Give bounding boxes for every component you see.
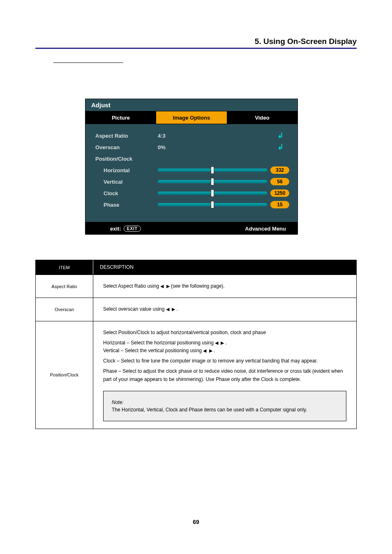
note-prefix: Note: xyxy=(112,399,124,405)
left-right-icon: ◀ ▶ xyxy=(203,347,212,355)
row-vertical[interactable]: Vertical 56 xyxy=(92,176,291,187)
slider-phase[interactable]: 15 xyxy=(158,201,291,208)
tab-video[interactable]: Video xyxy=(227,111,297,124)
value-aspect-ratio: 4:3 xyxy=(158,133,207,139)
slider-horizontal[interactable]: 332 xyxy=(158,166,291,174)
desc-pre: Select Aspect Ratio using xyxy=(103,283,160,289)
label-horizontal: Horizontal xyxy=(92,167,158,173)
page-number: 69 xyxy=(0,519,392,525)
slider-thumb[interactable] xyxy=(211,178,214,185)
note-body: The Horizontal, Vertical, Clock and Phas… xyxy=(112,407,307,413)
slider-track[interactable] xyxy=(158,180,267,183)
cell-desc-posclock: Select Position/Clock to adjust horizont… xyxy=(93,321,356,429)
cell-desc-aspect: Select Aspect Ratio using ◀ ▶ (see the f… xyxy=(93,275,356,298)
left-right-icon: ◀ ▶ xyxy=(166,306,175,313)
osd-tabs: Picture Image Options Video xyxy=(85,111,298,124)
line-clock: Clock – Select to fine tune the computer… xyxy=(103,357,346,365)
value-phase: 15 xyxy=(270,201,289,208)
line-pre: Horizontal – Select the horizontal posit… xyxy=(103,340,215,346)
slider-clock[interactable]: 1250 xyxy=(158,189,291,197)
line-phase: Phase – Select to adjust the clock phase… xyxy=(103,367,346,383)
tab-picture[interactable]: Picture xyxy=(85,111,156,124)
row-overscan[interactable]: Overscan 0% ↲ xyxy=(92,141,291,153)
label-overscan: Overscan xyxy=(92,144,158,150)
label-vertical: Vertical xyxy=(92,179,158,185)
line-intro: Select Position/Clock to adjust horizont… xyxy=(103,329,346,337)
enter-icon: ↲ xyxy=(277,131,284,140)
header-divider xyxy=(35,48,357,49)
line-post: . xyxy=(226,340,227,346)
osd-screenshot: Adjust Picture Image Options Video Aspec… xyxy=(85,99,298,235)
cell-item-overscan: Overscan xyxy=(36,298,93,321)
th-description: DESCRIPTION xyxy=(93,260,356,275)
enter-icon: ↲ xyxy=(277,143,284,152)
tab-image-options[interactable]: Image Options xyxy=(156,111,227,124)
row-position-clock: Position/Clock xyxy=(92,153,291,164)
desc-post: (see the following page). xyxy=(171,283,225,289)
label-position-clock: Position/Clock xyxy=(92,156,158,162)
table-row: Aspect Ratio Select Aspect Ratio using ◀… xyxy=(36,275,356,298)
row-horizontal[interactable]: Horizontal 332 xyxy=(92,164,291,176)
note-box: Note: The Horizontal, Vertical, Clock an… xyxy=(103,391,346,421)
table-row: Position/Clock Select Position/Clock to … xyxy=(36,321,356,429)
slider-thumb[interactable] xyxy=(211,201,214,208)
line-post: . xyxy=(214,348,215,353)
exit-group: exit: EXIT xyxy=(110,226,141,232)
osd-title: Adjust xyxy=(85,99,298,111)
left-right-icon: ◀ ▶ xyxy=(160,283,169,290)
exit-button[interactable]: EXIT xyxy=(124,226,141,232)
slider-track[interactable] xyxy=(158,169,267,172)
row-phase[interactable]: Phase 15 xyxy=(92,199,291,210)
left-right-icon: ◀ ▶ xyxy=(215,339,224,347)
slider-thumb[interactable] xyxy=(211,166,214,174)
slider-track[interactable] xyxy=(158,203,267,206)
section-header: 5. Using On-Screen Display xyxy=(255,37,357,46)
line-horizontal: Horizontal – Select the horizontal posit… xyxy=(103,339,346,347)
value-vertical: 56 xyxy=(270,178,289,185)
cell-item-aspect: Aspect Ratio xyxy=(36,275,93,298)
line-pre: Vertical – Select the vertical positioni… xyxy=(103,348,203,353)
exit-label: exit: xyxy=(110,226,121,232)
subtitle-underline xyxy=(53,62,123,63)
cell-desc-overscan: Select overscan value using ◀ ▶ . xyxy=(93,298,356,321)
label-clock: Clock xyxy=(92,190,158,196)
row-clock[interactable]: Clock 1250 xyxy=(92,187,291,199)
osd-body: Aspect Ratio 4:3 ↲ Overscan 0% ↲ Positio… xyxy=(85,124,298,222)
line-vertical: Vertical – Select the vertical positioni… xyxy=(103,347,346,355)
osd-footer: exit: EXIT Advanced Menu xyxy=(85,222,298,235)
label-phase: Phase xyxy=(92,202,158,208)
th-item: ITEM xyxy=(36,260,93,275)
advanced-menu-label: Advanced Menu xyxy=(245,226,286,232)
value-overscan: 0% xyxy=(158,144,207,150)
desc-post: . xyxy=(176,306,178,312)
row-aspect-ratio[interactable]: Aspect Ratio 4:3 ↲ xyxy=(92,130,291,141)
value-horizontal: 332 xyxy=(270,166,289,174)
slider-track[interactable] xyxy=(158,192,267,195)
settings-table: ITEM DESCRIPTION Aspect Ratio Select Asp… xyxy=(35,260,357,429)
table-row: Overscan Select overscan value using ◀ ▶… xyxy=(36,298,356,321)
slider-thumb[interactable] xyxy=(211,189,214,197)
slider-vertical[interactable]: 56 xyxy=(158,178,291,185)
table-header: ITEM DESCRIPTION xyxy=(36,260,356,275)
value-clock: 1250 xyxy=(270,189,289,197)
label-aspect-ratio: Aspect Ratio xyxy=(92,133,158,139)
desc-pre: Select overscan value using xyxy=(103,306,166,312)
cell-item-posclock: Position/Clock xyxy=(36,321,93,429)
